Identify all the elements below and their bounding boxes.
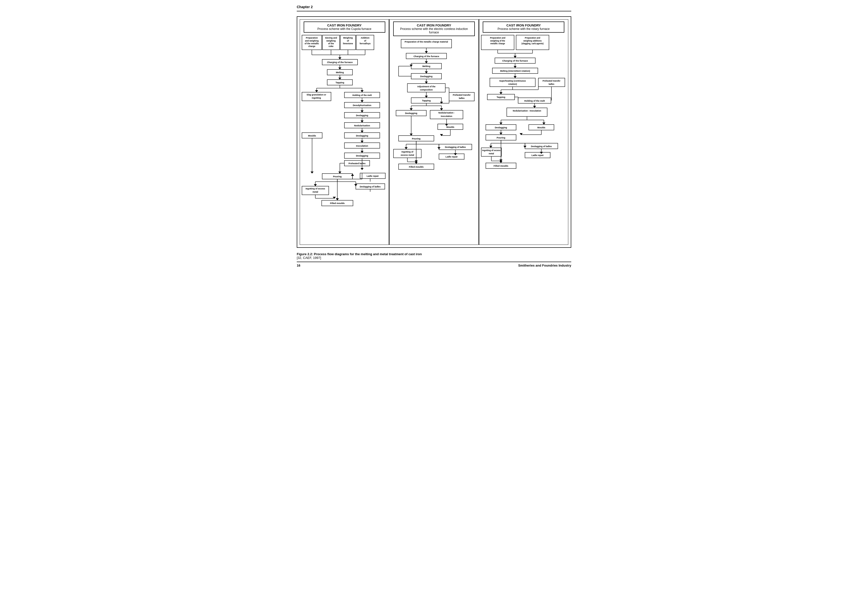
svg-text:Tapping: Tapping: [422, 99, 431, 102]
svg-text:Filled moulds: Filled moulds: [494, 165, 508, 167]
svg-text:composition: composition: [420, 88, 433, 91]
svg-text:coke: coke: [329, 45, 333, 48]
svg-text:Adjustment of the: Adjustment of the: [417, 85, 436, 88]
svg-text:Melting (intermittent rotation: Melting (intermittent rotation): [500, 70, 530, 72]
col1-header: CAST IRON FOUNDRY Process scheme with th…: [304, 22, 385, 33]
svg-text:Preparation and: Preparation and: [490, 37, 505, 39]
col1-diagram: Preparation and weighing of the metallic…: [301, 35, 387, 239]
svg-text:Weighing: Weighing: [343, 37, 353, 39]
svg-rect-234: [507, 108, 547, 116]
column-1: CAST IRON FOUNDRY Process scheme with th…: [300, 19, 389, 245]
svg-text:Ladle repair: Ladle repair: [366, 175, 379, 177]
svg-text:(slagging, carb.agents): (slagging, carb.agents): [521, 43, 544, 45]
svg-marker-149: [410, 108, 413, 110]
svg-text:charge: charge: [308, 45, 316, 48]
svg-marker-84: [311, 172, 313, 173]
main-diagram: CAST IRON FOUNDRY Process scheme with th…: [297, 16, 571, 248]
svg-marker-187: [415, 162, 418, 164]
svg-text:Holding of the melt: Holding of the melt: [524, 100, 545, 102]
svg-marker-80: [338, 172, 341, 173]
svg-text:excess metal: excess metal: [401, 154, 414, 156]
svg-text:ladles: ladles: [549, 83, 555, 85]
svg-marker-165: [440, 134, 443, 136]
svg-marker-118: [425, 61, 428, 63]
svg-marker-247: [499, 133, 502, 135]
column-3: CAST IRON FOUNDRY Process scheme with th…: [479, 19, 568, 245]
svg-marker-40: [315, 90, 318, 92]
col3-header: CAST IRON FOUNDRY Process scheme with th…: [483, 22, 564, 33]
svg-rect-134: [449, 93, 474, 101]
page-number: 16: [297, 263, 300, 267]
svg-text:Melting: Melting: [422, 65, 430, 68]
svg-text:Nodularisation - Inoculation: Nodularisation - Inoculation: [513, 110, 541, 112]
svg-text:Moulds: Moulds: [308, 135, 316, 137]
svg-marker-26: [338, 57, 341, 59]
svg-text:Nodularisation: Nodularisation: [354, 124, 370, 127]
svg-text:Pouring: Pouring: [496, 136, 505, 139]
svg-text:Deslagging: Deslagging: [356, 155, 368, 157]
svg-marker-105: [333, 197, 336, 199]
svg-text:Filled moulds: Filled moulds: [409, 166, 424, 168]
svg-text:Deslagging of ladles: Deslagging of ladles: [531, 145, 552, 148]
svg-text:Deslagging: Deslagging: [405, 112, 417, 115]
svg-marker-130: [425, 82, 428, 84]
svg-text:Tapping: Tapping: [336, 81, 344, 84]
svg-text:metal: metal: [313, 190, 318, 193]
svg-text:Filled moulds: Filled moulds: [330, 202, 344, 204]
svg-text:metal: metal: [489, 153, 494, 155]
svg-text:Sieving and: Sieving and: [325, 37, 337, 39]
svg-text:ferroalloys: ferroalloys: [360, 42, 371, 45]
svg-marker-272: [499, 161, 502, 163]
svg-text:ingotting: ingotting: [312, 97, 321, 99]
svg-text:limestone: limestone: [343, 42, 353, 45]
document-title: Smitheries and Foundries Industry: [518, 263, 571, 267]
svg-marker-77: [361, 168, 364, 170]
svg-marker-175: [405, 147, 408, 149]
svg-text:Deslagging: Deslagging: [420, 75, 433, 77]
svg-marker-207: [513, 66, 516, 68]
svg-text:weighing: weighing: [326, 40, 336, 42]
svg-marker-57: [361, 121, 364, 122]
col3-diagram: Preparation and weighing of the metallic…: [481, 35, 567, 239]
figure-caption: Figure 2.2: Process flow diagrams for th…: [297, 252, 571, 260]
svg-marker-53: [361, 110, 364, 112]
svg-marker-250: [519, 133, 522, 135]
svg-text:Nodularisation -: Nodularisation -: [439, 111, 455, 114]
svg-text:metallic charge: metallic charge: [490, 43, 505, 45]
svg-text:Preparation and: Preparation and: [525, 37, 540, 39]
svg-text:and weighing: and weighing: [305, 40, 319, 42]
svg-text:Charging of the furnace: Charging of the furnace: [327, 61, 353, 63]
svg-marker-49: [361, 101, 364, 102]
svg-marker-233: [533, 106, 536, 108]
svg-text:Deslagging: Deslagging: [356, 135, 368, 137]
svg-text:Ladle repair: Ladle repair: [446, 156, 458, 158]
svg-text:Holding of the melt: Holding of the melt: [352, 94, 372, 96]
svg-text:Deslagging of ladles: Deslagging of ladles: [445, 146, 466, 149]
svg-text:Superheating (continuous: Superheating (continuous: [499, 80, 526, 82]
svg-text:Preheated ladles: Preheated ladles: [349, 162, 366, 165]
svg-marker-96: [314, 184, 317, 186]
column-2: CAST IRON FOUNDRY Process scheme with th…: [389, 19, 479, 245]
svg-rect-265: [481, 148, 502, 156]
svg-text:Charging of the furnace: Charging of the furnace: [502, 60, 528, 62]
svg-text:Preparation of the  metallic c: Preparation of the metallic charge mater…: [405, 40, 448, 43]
svg-text:Ingotting of: Ingotting of: [401, 150, 414, 153]
svg-text:Deslagging of ladles: Deslagging of ladles: [360, 186, 381, 188]
svg-text:of the: of the: [328, 42, 334, 45]
svg-text:ladles: ladles: [459, 97, 465, 99]
svg-text:Pouring: Pouring: [412, 138, 421, 140]
svg-text:rotation): rotation): [508, 83, 517, 85]
svg-marker-140: [425, 96, 428, 98]
svg-text:Ladle repair: Ladle repair: [532, 154, 544, 156]
svg-text:Moulds: Moulds: [446, 126, 454, 128]
svg-text:Charging of the furnace: Charging of the furnace: [414, 55, 439, 57]
col2-diagram: Preparation of the metallic charge mater…: [391, 38, 477, 243]
svg-marker-162: [410, 133, 413, 136]
svg-marker-241: [542, 122, 545, 124]
svg-marker-61: [361, 130, 364, 133]
svg-text:Deslagging: Deslagging: [495, 126, 507, 129]
svg-text:Tapping: Tapping: [496, 96, 505, 98]
svg-marker-65: [361, 141, 364, 143]
svg-marker-30: [338, 68, 341, 70]
svg-text:Slag granulation or: Slag granulation or: [307, 93, 326, 96]
